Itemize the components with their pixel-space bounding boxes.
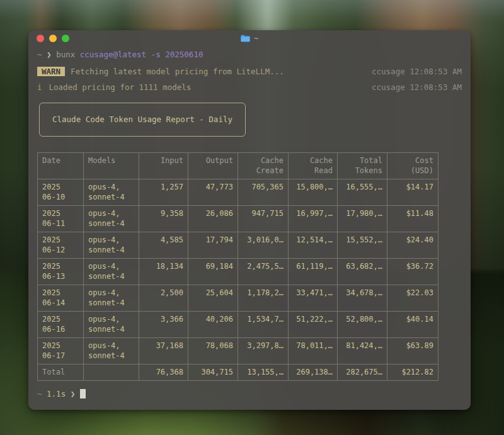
- command-program: bunx: [56, 50, 75, 59]
- table-cell: 2025 06-10: [38, 179, 84, 206]
- table-row: 2025 06-13opus-4, sonnet-418,13469,1842,…: [38, 259, 438, 285]
- command-duration: 1.1s: [47, 389, 66, 398]
- table-cell: $11.48: [387, 206, 438, 232]
- table-cell: 13,155,…: [238, 364, 289, 381]
- log-timestamp: ccusage 12:08:53 AM: [372, 67, 462, 76]
- table-cell: 2025 06-11: [38, 206, 84, 232]
- column-header: Output: [188, 153, 238, 179]
- table-cell: 269,138…: [289, 364, 338, 381]
- table-cell: 2025 06-12: [38, 232, 84, 259]
- table-cell: 47,773: [188, 179, 238, 206]
- column-header: Cost (USD): [387, 153, 438, 179]
- traffic-lights: [28, 35, 69, 42]
- minimize-button[interactable]: [49, 35, 57, 42]
- table-cell: opus-4, sonnet-4: [84, 179, 139, 206]
- report-title-box: Claude Code Token Usage Report - Daily: [39, 103, 246, 137]
- table-cell: $14.17: [387, 179, 438, 206]
- log-timestamp: ccusage 12:08:53 AM: [372, 82, 462, 92]
- table-cell: 2025 06-17: [38, 338, 84, 364]
- table-cell: 61,119,…: [289, 259, 338, 285]
- table-cell: 3,366: [139, 312, 188, 338]
- terminal-output[interactable]: ~ ❯ bunx ccusage@latest -s 20250610 WARN…: [28, 49, 471, 400]
- usage-table-body: 2025 06-10opus-4, sonnet-41,25747,773705…: [38, 179, 438, 381]
- table-cell: 78,068: [188, 338, 238, 364]
- table-cell: 12,514,…: [289, 232, 338, 259]
- footer-cwd: ~: [37, 389, 42, 398]
- table-cell: $24.40: [387, 232, 438, 259]
- terminal-cursor: [80, 389, 86, 398]
- table-cell: opus-4, sonnet-4: [84, 259, 139, 285]
- usage-table: DateModelsInputOutputCache CreateCache R…: [37, 152, 438, 381]
- table-cell: 69,184: [188, 259, 238, 285]
- table-cell: $63.89: [387, 338, 438, 364]
- table-cell: 16,997,…: [289, 206, 338, 232]
- table-row: 2025 06-16opus-4, sonnet-43,36640,2061,5…: [38, 312, 438, 338]
- folder-icon: [241, 35, 250, 42]
- column-header: Input: [139, 153, 188, 179]
- table-cell: 37,168: [139, 338, 188, 364]
- total-row: Total76,368304,71513,155,…269,138…282,67…: [38, 364, 438, 381]
- table-cell: 2025 06-16: [38, 312, 84, 338]
- terminal-window: ~ ~ ❯ bunx ccusage@latest -s 20250610 WA…: [28, 30, 471, 410]
- table-cell: 1,534,7…: [238, 312, 289, 338]
- log-line-warn: WARN Fetching latest model pricing from …: [37, 67, 462, 76]
- table-cell: 52,800,…: [338, 312, 387, 338]
- close-button[interactable]: [37, 35, 44, 42]
- table-cell: 81,424,…: [338, 338, 387, 364]
- table-cell: 63,682,…: [338, 259, 387, 285]
- table-cell: $36.72: [387, 259, 438, 285]
- table-cell: opus-4, sonnet-4: [84, 285, 139, 312]
- column-header: Cache Read: [289, 153, 338, 179]
- table-header-row: DateModelsInputOutputCache CreateCache R…: [38, 153, 438, 179]
- table-cell: $212.82: [387, 364, 438, 381]
- table-row: 2025 06-10opus-4, sonnet-41,25747,773705…: [38, 179, 438, 206]
- zoom-button[interactable]: [62, 35, 69, 42]
- table-cell: 17,980,…: [338, 206, 387, 232]
- table-cell: 33,471,…: [289, 285, 338, 312]
- command-line: ~ ❯ bunx ccusage@latest -s 20250610: [37, 49, 462, 60]
- table-cell: opus-4, sonnet-4: [84, 206, 139, 232]
- table-cell: 25,604: [188, 285, 238, 312]
- table-cell: 3,297,8…: [238, 338, 289, 364]
- table-cell: 18,134: [139, 259, 188, 285]
- table-cell: 282,675…: [338, 364, 387, 381]
- prompt-arrow: ❯: [47, 50, 52, 59]
- shell-prompt[interactable]: ~ 1.1s ❯: [37, 388, 462, 400]
- table-cell: 40,206: [188, 312, 238, 338]
- warn-badge: WARN: [37, 67, 65, 76]
- window-titlebar[interactable]: ~: [28, 30, 471, 47]
- log-message: Loaded pricing for 1111 models: [49, 82, 192, 92]
- titlebar-path-label: ~: [254, 34, 258, 43]
- table-cell: 34,678,…: [338, 285, 387, 312]
- column-header: Date: [38, 153, 84, 179]
- log-message: Fetching latest model pricing from LiteL…: [71, 67, 284, 76]
- column-header: Total Tokens: [338, 153, 387, 179]
- info-badge: i: [37, 82, 42, 92]
- table-cell: 15,552,…: [338, 232, 387, 259]
- table-cell: $40.14: [387, 312, 438, 338]
- prompt-cwd: ~: [37, 50, 42, 59]
- table-cell: $22.03: [387, 285, 438, 312]
- window-title: ~: [28, 30, 471, 47]
- table-cell: 16,555,…: [338, 179, 387, 206]
- table-cell: opus-4, sonnet-4: [84, 312, 139, 338]
- footer-arrow: ❯: [71, 389, 76, 398]
- table-row: 2025 06-14opus-4, sonnet-42,50025,6041,1…: [38, 285, 438, 312]
- report-title: Claude Code Token Usage Report - Daily: [52, 115, 232, 124]
- table-cell: 9,358: [139, 206, 188, 232]
- table-cell: opus-4, sonnet-4: [84, 232, 139, 259]
- table-cell: opus-4, sonnet-4: [84, 338, 139, 364]
- table-cell: 304,715: [188, 364, 238, 381]
- table-cell: 26,086: [188, 206, 238, 232]
- table-cell: 2025 06-13: [38, 259, 84, 285]
- log-line-info: i Loaded pricing for 1111 models ccusage…: [37, 82, 462, 92]
- column-header: Models: [84, 153, 139, 179]
- table-cell: 2,500: [139, 285, 188, 312]
- table-cell: [84, 364, 139, 381]
- column-header: Cache Create: [238, 153, 289, 179]
- table-row: 2025 06-11opus-4, sonnet-49,35826,086947…: [38, 206, 438, 232]
- table-cell: 2025 06-14: [38, 285, 84, 312]
- table-row: 2025 06-12opus-4, sonnet-44,58517,7943,0…: [38, 232, 438, 259]
- table-cell: 3,016,0…: [238, 232, 289, 259]
- table-cell: 2,475,5…: [238, 259, 289, 285]
